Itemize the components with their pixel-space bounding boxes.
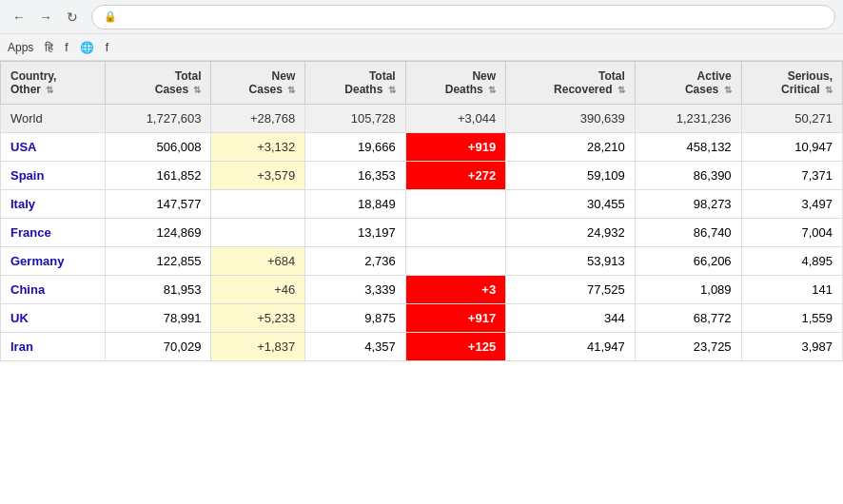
cell-country[interactable]: UK <box>1 304 106 333</box>
cell-country[interactable]: China <box>1 276 106 304</box>
cell-total-recovered: 344 <box>506 304 636 333</box>
col-header-new-deaths[interactable]: NewDeaths ⇅ <box>405 62 505 105</box>
table-row: Germany122,855+6842,73653,91366,2064,895 <box>1 247 843 276</box>
cell-country[interactable]: USA <box>1 133 106 162</box>
cell-new-cases: +1,837 <box>211 333 305 361</box>
cell-total-deaths: 105,728 <box>305 105 405 133</box>
cell-active-cases: 86,740 <box>635 219 741 247</box>
cell-active-cases: 1,089 <box>635 276 741 304</box>
table-row: China81,953+463,339+377,5251,089141 <box>1 276 843 304</box>
cell-serious-critical: 1,559 <box>741 304 842 333</box>
table-body: World1,727,603+28,768105,728+3,044390,63… <box>1 105 843 361</box>
cell-active-cases: 23,725 <box>635 333 741 361</box>
country-link[interactable]: France <box>10 225 51 240</box>
cell-total-deaths: 19,666 <box>305 133 405 162</box>
sort-icon-total-recovered: ⇅ <box>618 85 625 95</box>
cell-serious-critical: 10,947 <box>741 133 842 162</box>
cell-total-deaths: 2,736 <box>305 247 405 276</box>
cell-serious-critical: 7,371 <box>741 162 842 190</box>
cell-country[interactable]: Germany <box>1 247 106 276</box>
table-row: Iran70,029+1,8374,357+12541,94723,7253,9… <box>1 333 843 361</box>
browser-bar: ← → ↻ 🔒 <box>0 0 843 34</box>
cell-total-recovered: 59,109 <box>506 162 636 190</box>
bookmark-hindi[interactable]: हि <box>45 41 53 54</box>
cell-new-deaths <box>405 247 505 276</box>
country-link[interactable]: Germany <box>10 254 64 268</box>
cell-new-deaths <box>405 190 505 219</box>
cell-serious-critical: 4,895 <box>741 247 842 276</box>
country-link[interactable]: China <box>10 282 45 297</box>
cell-new-deaths: +3,044 <box>405 105 505 133</box>
cell-total-cases: 506,008 <box>105 133 211 162</box>
address-bar[interactable]: 🔒 <box>91 5 835 29</box>
bookmark-f1[interactable]: f <box>65 41 68 54</box>
cell-total-deaths: 16,353 <box>305 162 405 190</box>
cell-total-recovered: 390,639 <box>506 105 636 133</box>
cell-total-recovered: 77,525 <box>506 276 636 304</box>
cell-new-deaths: +272 <box>405 162 505 190</box>
country-link[interactable]: Iran <box>10 339 33 354</box>
cell-new-deaths: +917 <box>405 304 505 333</box>
sort-icon-total-deaths: ⇅ <box>388 85 396 95</box>
cell-total-cases: 124,869 <box>105 219 211 247</box>
cell-total-cases: 1,727,603 <box>105 105 211 133</box>
cell-country[interactable]: Iran <box>1 333 106 361</box>
bookmark-f2[interactable]: f <box>106 41 108 54</box>
cell-country[interactable]: Spain <box>1 162 106 190</box>
col-header-serious-critical[interactable]: Serious,Critical ⇅ <box>741 62 842 105</box>
country-link[interactable]: Italy <box>10 197 35 211</box>
table-row: USA506,008+3,13219,666+91928,210458,1321… <box>1 133 843 162</box>
cell-total-recovered: 24,932 <box>506 219 636 247</box>
nav-buttons: ← → ↻ <box>8 6 84 29</box>
col-header-total-deaths[interactable]: TotalDeaths ⇅ <box>305 62 405 105</box>
cell-new-cases <box>211 219 305 247</box>
cell-active-cases: 86,390 <box>635 162 741 190</box>
reload-button[interactable]: ↻ <box>61 6 84 29</box>
cell-active-cases: 68,772 <box>635 304 741 333</box>
sort-icon-active-cases: ⇅ <box>724 85 732 95</box>
cell-total-deaths: 4,357 <box>305 333 405 361</box>
cell-country: World <box>1 105 106 133</box>
cell-total-deaths: 13,197 <box>305 219 405 247</box>
cell-new-cases <box>211 190 305 219</box>
col-header-new-cases[interactable]: NewCases ⇅ <box>211 62 305 105</box>
table-header-row: Country,Other ⇅ TotalCases ⇅ NewCases ⇅ … <box>1 62 843 105</box>
col-header-active-cases[interactable]: ActiveCases ⇅ <box>635 62 741 105</box>
sort-icon-new-cases: ⇅ <box>287 85 295 95</box>
cell-new-deaths: +125 <box>405 333 505 361</box>
table-row: Italy147,57718,84930,45598,2733,497 <box>1 190 843 219</box>
cell-country[interactable]: France <box>1 219 106 247</box>
cell-total-recovered: 53,913 <box>506 247 636 276</box>
cell-total-cases: 147,577 <box>105 190 211 219</box>
cell-total-recovered: 28,210 <box>506 133 636 162</box>
col-header-country[interactable]: Country,Other ⇅ <box>1 62 106 105</box>
sort-icon-total-cases: ⇅ <box>193 85 201 95</box>
country-link[interactable]: UK <box>10 311 29 325</box>
sort-icon-country: ⇅ <box>46 85 53 95</box>
cell-active-cases: 458,132 <box>635 133 741 162</box>
sort-icon-new-deaths: ⇅ <box>488 85 496 95</box>
forward-button[interactable]: → <box>34 6 57 29</box>
country-link[interactable]: Spain <box>10 168 44 183</box>
cell-total-recovered: 41,947 <box>506 333 636 361</box>
cell-country[interactable]: Italy <box>1 190 106 219</box>
cell-total-deaths: 18,849 <box>305 190 405 219</box>
lock-icon: 🔒 <box>104 10 117 23</box>
col-header-total-recovered[interactable]: TotalRecovered ⇅ <box>506 62 636 105</box>
cell-new-cases: +3,579 <box>211 162 305 190</box>
cell-new-deaths: +3 <box>405 276 505 304</box>
country-link[interactable]: USA <box>10 140 36 154</box>
table-row: UK78,991+5,2339,875+91734468,7721,559 <box>1 304 843 333</box>
bookmark-globe[interactable]: 🌐 <box>80 41 94 54</box>
back-button[interactable]: ← <box>8 6 30 29</box>
col-header-total-cases[interactable]: TotalCases ⇅ <box>105 62 211 105</box>
cell-active-cases: 1,231,236 <box>635 105 741 133</box>
cell-new-cases: +684 <box>211 247 305 276</box>
cell-serious-critical: 50,271 <box>741 105 842 133</box>
cell-total-cases: 70,029 <box>105 333 211 361</box>
cell-total-recovered: 30,455 <box>506 190 636 219</box>
cell-new-cases: +3,132 <box>211 133 305 162</box>
covid-table: Country,Other ⇅ TotalCases ⇅ NewCases ⇅ … <box>0 61 843 361</box>
cell-serious-critical: 3,987 <box>741 333 842 361</box>
cell-serious-critical: 7,004 <box>741 219 842 247</box>
